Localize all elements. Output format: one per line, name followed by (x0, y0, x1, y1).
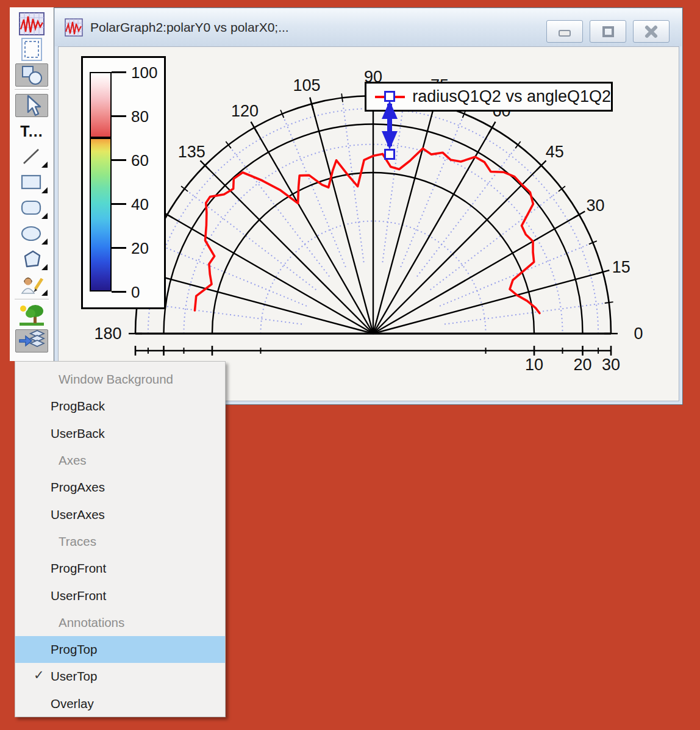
flyout-indicator-icon (41, 290, 48, 296)
graph-plot-area: 0153045607590105120135150165180102030 02… (58, 46, 679, 401)
minor-grid-radial (430, 189, 562, 290)
color-scale-tick-label: 20 (131, 239, 149, 258)
graph-window-button[interactable] (15, 12, 48, 35)
color-scale-tick (112, 291, 126, 293)
angle-spoke (254, 127, 373, 334)
color-scale-tick-label: 0 (131, 283, 140, 302)
menu-item-progback[interactable]: ProgBack (15, 393, 225, 420)
flyout-indicator-icon (41, 264, 48, 270)
angle-spoke (373, 165, 541, 334)
angle-label: 120 (231, 102, 259, 120)
menu-item-label: UserBack (51, 426, 105, 441)
select-arrow-icon (21, 95, 42, 116)
menu-item-traces: Traces (15, 528, 225, 555)
layers-tool-icon (18, 329, 45, 352)
color-scale-tick-label: 40 (131, 195, 149, 214)
angle-spoke (143, 272, 373, 334)
window-title: PolarGraph2:polarY0 vs polarX0;... (90, 20, 289, 35)
color-scale-annotation[interactable]: 020406080100 (81, 56, 166, 309)
angle-spoke (167, 215, 373, 334)
arrow-handle-top[interactable] (385, 92, 395, 101)
select-arrow-button[interactable] (15, 94, 48, 117)
graph-window-icon (19, 12, 45, 35)
radial-axis-label: 30 (602, 356, 620, 374)
double-arrow-annotation[interactable] (361, 84, 416, 166)
minor-grid-radial (440, 243, 593, 306)
minor-grid-radial (282, 114, 346, 267)
rounded-rect-tool-icon (20, 198, 43, 218)
color-scale-tick (112, 203, 126, 205)
graph-window: PolarGraph2:polarY0 vs polarX0;... 01530… (54, 7, 683, 405)
desktop: { "desktop": { "background_color": "#c54… (0, 0, 700, 730)
page-select-button[interactable] (15, 38, 48, 61)
menu-item-window-background: Window Background (15, 366, 225, 393)
window-titlebar[interactable]: PolarGraph2:polarY0 vs polarX0;... (55, 9, 682, 46)
radial-axis-label: 10 (525, 356, 543, 374)
arrow-head-down (382, 131, 398, 149)
menu-item-label: Axes (59, 453, 87, 468)
text-tool-button[interactable]: T... (15, 120, 48, 143)
radial-axis-label: 20 (573, 356, 591, 374)
menu-item-progfront[interactable]: ProgFront (15, 555, 225, 582)
angle-tick (605, 302, 613, 303)
menu-item-usertop[interactable]: ✓UserTop (15, 663, 225, 690)
draw-shapes-button[interactable] (15, 63, 48, 87)
menu-item-label: Traces (59, 534, 96, 549)
angle-label: 105 (293, 76, 321, 95)
menu-item-label: ProgTop (51, 642, 97, 657)
rounded-rect-tool-button[interactable] (15, 196, 48, 220)
menu-item-label: ProgBack (51, 399, 105, 413)
angle-spoke (373, 272, 603, 334)
minor-grid-radial (154, 243, 307, 306)
menu-item-userfront[interactable]: UserFront (15, 582, 225, 609)
menu-item-annotations: Annotations (15, 609, 225, 636)
color-scale-tick-label: 60 (131, 151, 149, 170)
picture-tool-icon (18, 304, 45, 327)
drawing-tool-palette: T... (10, 7, 54, 361)
minimize-icon (557, 24, 573, 40)
angle-spoke (373, 215, 579, 334)
menu-item-label: UserTop (51, 669, 97, 684)
menu-item-label: UserFront (51, 589, 106, 603)
arrow-head-up (382, 101, 398, 119)
menu-item-label: UserAxes (51, 507, 105, 522)
minor-grid-radial (445, 302, 609, 324)
polygon-tool-button[interactable] (15, 248, 48, 271)
menu-item-userback[interactable]: UserBack (15, 420, 225, 447)
minimize-button[interactable] (546, 20, 583, 43)
color-scale-tick-label: 80 (131, 107, 149, 126)
close-button[interactable] (633, 20, 670, 43)
layers-tool-button[interactable] (15, 329, 48, 352)
menu-item-progaxes[interactable]: ProgAxes (15, 474, 225, 501)
menu-item-label: Overlay (51, 696, 94, 711)
color-scale-tick (112, 159, 126, 161)
rect-tool-button[interactable] (15, 171, 48, 194)
picture-tool-button[interactable] (15, 304, 48, 327)
menu-item-useraxes[interactable]: UserAxes (15, 501, 225, 528)
page-select-icon (20, 37, 44, 62)
color-scale-gradient (90, 72, 112, 292)
ellipse-tool-button[interactable] (15, 222, 48, 245)
freehand-tool-icon (19, 274, 45, 296)
restore-button[interactable] (590, 20, 626, 43)
line-tool-icon (21, 146, 43, 167)
line-tool-button[interactable] (15, 145, 48, 168)
angle-label: 0 (634, 324, 643, 343)
angle-tick (251, 122, 258, 134)
angle-label: 15 (612, 258, 630, 276)
restore-icon (600, 24, 616, 40)
arrow-handle-bottom[interactable] (385, 150, 395, 159)
menu-item-label: Annotations (59, 615, 124, 630)
ellipse-tool-icon (20, 224, 44, 243)
color-scale-tick (112, 247, 126, 249)
close-icon (643, 24, 659, 40)
angle-label: 45 (546, 143, 564, 161)
color-scale-divider (90, 137, 112, 139)
menu-item-progtop[interactable]: ProgTop (15, 636, 225, 663)
menu-item-overlay[interactable]: Overlay (15, 690, 225, 717)
menu-item-label: Window Background (59, 372, 173, 387)
rect-tool-icon (20, 173, 43, 192)
flyout-indicator-icon (41, 162, 48, 168)
menu-item-label: ProgAxes (51, 480, 105, 495)
freehand-tool-button[interactable] (15, 273, 48, 296)
